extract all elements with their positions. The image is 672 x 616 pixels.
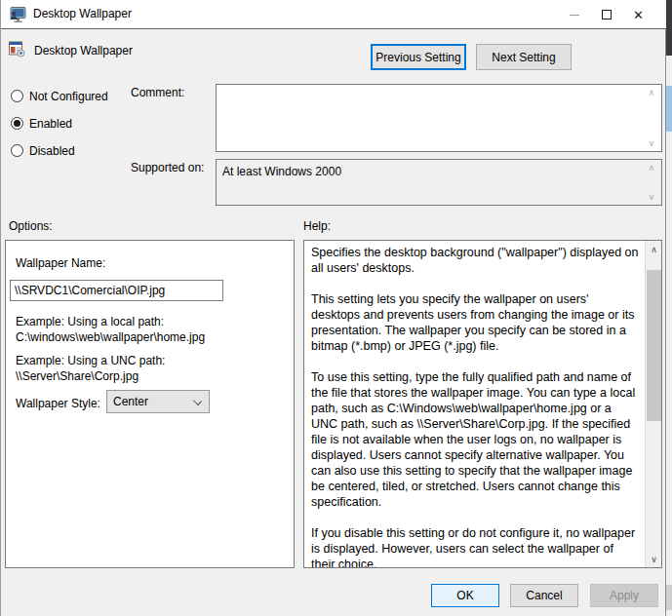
background-dark-strip xyxy=(666,0,672,56)
help-panel: Specifies the desktop background ("wallp… xyxy=(303,240,662,568)
help-paragraph: Specifies the desktop background ("wallp… xyxy=(311,245,639,276)
radio-label: Enabled xyxy=(29,117,72,131)
example-unc-path: \\Server\Share\Corp.jpg xyxy=(16,369,138,383)
help-paragraph: This setting lets you specify the wallpa… xyxy=(311,291,639,354)
previous-setting-button[interactable]: Previous Setting xyxy=(371,44,466,70)
radio-circle-icon xyxy=(11,90,23,102)
minimize-button[interactable] xyxy=(558,0,590,29)
comment-label: Comment: xyxy=(131,86,184,99)
supported-on-label: Supported on: xyxy=(131,161,204,174)
radio-circle-icon xyxy=(11,144,23,157)
wallpaper-name-input[interactable] xyxy=(10,280,223,301)
policy-setting-dialog: Desktop Wallpaper ✕ Desktop Wallpaper Pr… xyxy=(0,0,672,616)
setting-name-heading: Desktop Wallpaper xyxy=(34,44,133,58)
radio-label: Not Configured xyxy=(29,90,108,103)
scroll-up-icon[interactable]: ∧ xyxy=(646,241,662,257)
help-scrollbar[interactable]: ∧ ∨ xyxy=(645,241,661,567)
title-bar[interactable]: Desktop Wallpaper ✕ xyxy=(1,0,666,29)
help-paragraph: If you disable this setting or do not co… xyxy=(311,525,639,567)
maximize-icon xyxy=(602,10,612,19)
options-section-label: Options: xyxy=(9,219,53,233)
minimize-icon xyxy=(570,15,579,16)
supported-on-box: At least Windows 2000 xyxy=(216,159,662,206)
apply-button[interactable]: Apply xyxy=(590,584,658,607)
supported-on-value: At least Windows 2000 xyxy=(222,165,341,178)
example-unc-title: Example: Using a UNC path: xyxy=(16,354,165,367)
scroll-down-icon[interactable]: ∨ xyxy=(646,551,662,567)
comment-scroll-down-icon[interactable]: ∨ xyxy=(645,139,658,148)
help-paragraph: To use this setting, type the fully qual… xyxy=(311,369,639,510)
background-selection-strip xyxy=(666,86,672,132)
background-window-sliver xyxy=(665,0,672,616)
window-title: Desktop Wallpaper xyxy=(33,7,132,20)
wallpaper-style-value: Center xyxy=(113,395,148,408)
help-section-label: Help: xyxy=(303,219,331,233)
example-local-path: C:\windows\web\wallpaper\home.jpg xyxy=(16,330,205,344)
background-gray-strip xyxy=(666,585,672,610)
ok-button[interactable]: OK xyxy=(431,584,499,607)
close-icon: ✕ xyxy=(633,9,644,21)
chevron-down-icon xyxy=(193,397,202,405)
policy-setting-icon xyxy=(9,41,25,58)
example-local-title: Example: Using a local path: xyxy=(16,315,164,328)
radio-not-configured[interactable]: Not Configured xyxy=(11,89,108,103)
scrollbar-thumb[interactable] xyxy=(647,270,661,421)
next-setting-button[interactable]: Next Setting xyxy=(476,44,572,70)
comment-textarea[interactable] xyxy=(216,84,662,152)
cancel-button[interactable]: Cancel xyxy=(510,584,578,607)
maximize-button[interactable] xyxy=(590,0,622,29)
options-panel: Wallpaper Name: Example: Using a local p… xyxy=(5,240,295,568)
wallpaper-style-label: Wallpaper Style: xyxy=(16,397,100,410)
help-text: Specifies the desktop background ("wallp… xyxy=(304,241,645,567)
close-button[interactable]: ✕ xyxy=(622,0,654,29)
supported-scroll-down-icon: ∨ xyxy=(645,193,658,202)
wallpaper-name-label: Wallpaper Name: xyxy=(16,256,105,270)
radio-circle-icon xyxy=(11,117,23,130)
wallpaper-style-dropdown[interactable]: Center xyxy=(106,390,210,413)
radio-enabled[interactable]: Enabled xyxy=(11,116,72,131)
radio-disabled[interactable]: Disabled xyxy=(11,143,75,158)
comment-scroll-up-icon[interactable]: ∧ xyxy=(645,89,658,97)
group-policy-monitor-icon xyxy=(9,6,26,23)
supported-scroll-up-icon: ∧ xyxy=(645,164,658,173)
radio-label: Disabled xyxy=(29,144,75,158)
caption-buttons: ✕ xyxy=(558,0,654,29)
